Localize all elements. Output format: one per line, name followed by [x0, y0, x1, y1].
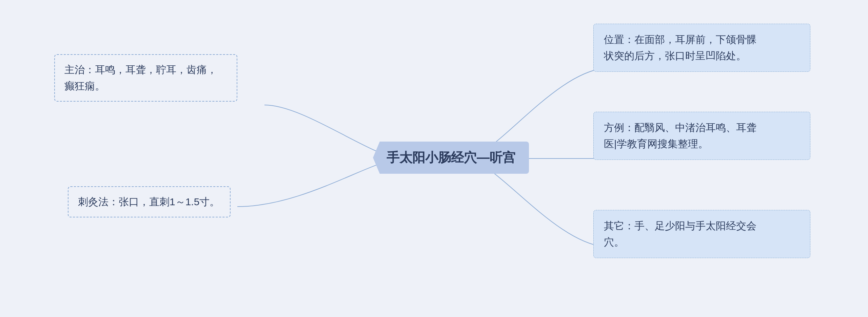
mind-map: 手太阳小肠经穴—听宫 主治：耳鸣，耳聋，聍耳，齿痛， 癫狂痫。 刺灸法：张口，直… [0, 0, 868, 317]
central-node: 手太阳小肠经穴—听宫 [373, 142, 529, 174]
left-node-cijiu: 刺灸法：张口，直刺1～1.5寸。 [68, 186, 231, 217]
left-node-zhuzhi: 主治：耳鸣，耳聋，聍耳，齿痛， 癫狂痫。 [54, 54, 237, 102]
right-node-weizhi: 位置：在面部，耳屏前，下颌骨髁 状突的后方，张口时呈凹陷处。 [593, 24, 810, 72]
right-node-qita: 其它：手、足少阳与手太阳经交会 穴。 [593, 210, 810, 258]
right-node-fangli: 方例：配翳风、中渚治耳鸣、耳聋 医|学教育网搜集整理。 [593, 112, 810, 160]
